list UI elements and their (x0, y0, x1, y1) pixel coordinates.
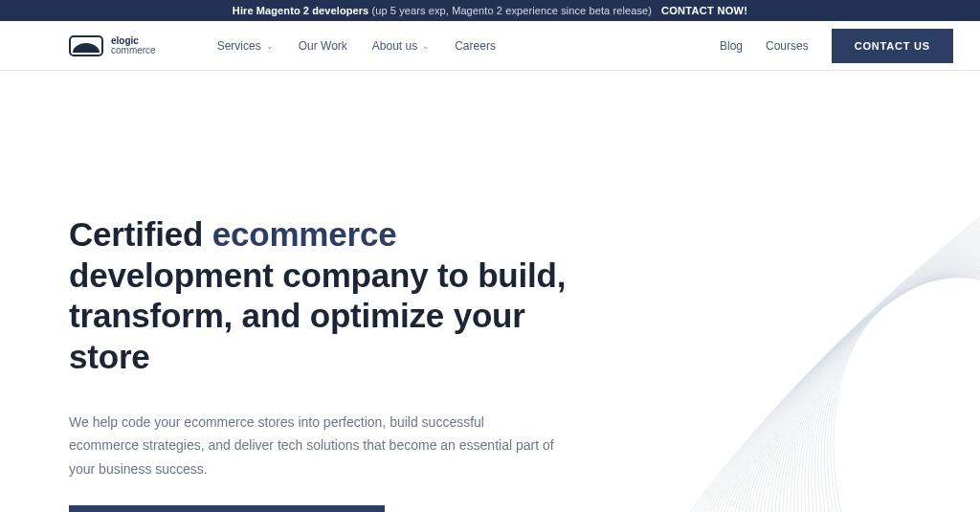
nav-about-us-label: About us (372, 39, 417, 53)
logo-link[interactable]: elogic commerce (69, 35, 156, 56)
nav-services[interactable]: Services ⌄ (217, 39, 274, 53)
secondary-nav: Blog Courses CONTACT US (720, 29, 953, 63)
hero-title-post: development company to build, transform,… (69, 256, 566, 375)
logo-line1: elogic (111, 36, 156, 46)
announcement-cta-link[interactable]: CONTACT NOW! (661, 5, 747, 16)
nav-services-label: Services (217, 39, 261, 53)
announcement-sub-text: (up 5 years exp, Magento 2 experience si… (372, 5, 652, 16)
hero-subtitle: We help code your ecommerce stores into … (69, 411, 557, 481)
decorative-waves (635, 134, 980, 512)
hero-title-accent: ecommerce (212, 215, 397, 253)
nav-our-work[interactable]: Our Work (299, 39, 347, 53)
hero-title: Certified ecommerce development company … (69, 214, 593, 378)
nav-about-us[interactable]: About us ⌄ (372, 39, 430, 53)
logo-icon (69, 35, 103, 56)
nav-careers[interactable]: Careers (455, 39, 496, 53)
announcement-lead-text: Hire Magento 2 developers (233, 5, 369, 16)
talk-to-specialist-button[interactable]: TALK TO AN ECOMMERCE SPECIALIST → (69, 505, 385, 512)
site-header: elogic commerce Services ⌄ Our Work Abou… (0, 21, 980, 71)
nav-courses[interactable]: Courses (766, 39, 809, 53)
nav-careers-label: Careers (455, 39, 496, 53)
primary-nav: Services ⌄ Our Work About us ⌄ Careers (217, 39, 496, 53)
hero-title-pre: Certified (69, 215, 212, 253)
hero-section: Certified ecommerce development company … (0, 71, 593, 512)
logo-line2: commerce (111, 46, 156, 56)
logo-text: elogic commerce (111, 36, 156, 56)
chevron-down-icon: ⌄ (422, 41, 430, 51)
contact-us-button[interactable]: CONTACT US (832, 29, 953, 63)
announcement-lead: Hire Magento 2 developers (up 5 years ex… (233, 5, 652, 16)
chevron-down-icon: ⌄ (266, 41, 274, 51)
announcement-bar: Hire Magento 2 developers (up 5 years ex… (0, 0, 980, 21)
nav-our-work-label: Our Work (299, 39, 347, 53)
nav-blog[interactable]: Blog (720, 39, 743, 53)
